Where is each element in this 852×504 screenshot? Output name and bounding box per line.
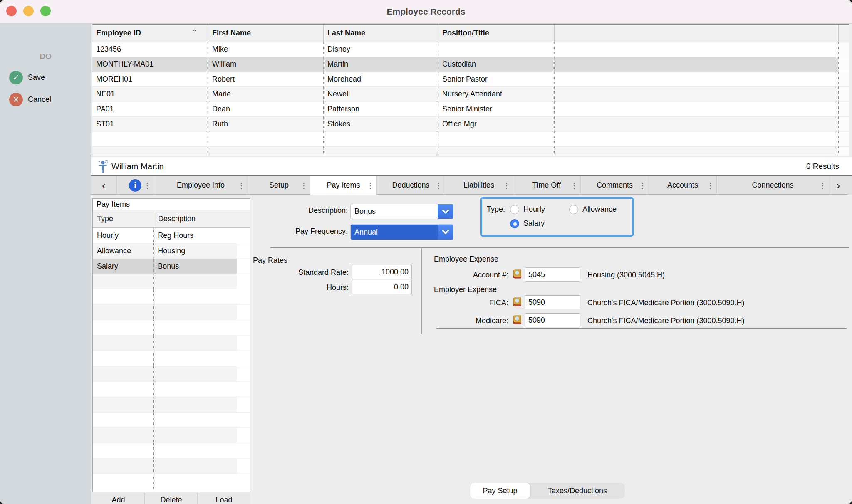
scroll-tabs-left-button[interactable]: ‹: [91, 176, 116, 195]
pay-item-row-hourly[interactable]: HourlyReg Hours: [93, 228, 250, 243]
employee-row-ST01[interactable]: ST01RuthStokesOffice Mgr: [92, 117, 849, 132]
pay-frequency-label: Pay Frequency:: [256, 227, 348, 236]
bottom-tab-pay-setup[interactable]: Pay Setup: [470, 483, 530, 499]
bottom-tab-taxes-deductions[interactable]: Taxes/Deductions: [530, 483, 625, 499]
pay-items-body: HourlyReg HoursAllowanceHousingSalaryBon…: [93, 228, 250, 489]
scroll-tabs-right-button[interactable]: ›: [829, 176, 847, 195]
employee-row-123456[interactable]: 123456MikeDisney: [92, 42, 849, 57]
row-gutter: [237, 443, 250, 459]
employee-row-empty[interactable]: [92, 132, 849, 147]
column-header-employee-id[interactable]: Employee ID⌃: [92, 25, 208, 42]
column-header-first-name[interactable]: First Name: [208, 25, 323, 42]
list-cell: Housing: [153, 243, 237, 259]
chevron-down-icon[interactable]: [438, 225, 453, 240]
employee-row-NE01[interactable]: NE01MarieNewellNursery Attendant: [92, 87, 849, 102]
pay-item-row-salary[interactable]: SalaryBonus: [93, 259, 250, 274]
table-cell: [438, 147, 554, 156]
pay-item-row-empty[interactable]: [93, 459, 250, 474]
medicare-account-input[interactable]: [525, 313, 580, 327]
employee-records-window: Employee Records DO ✓ Save ✕ Cancel « Co…: [0, 0, 852, 504]
type-radio-label-allowance: Allowance: [582, 205, 617, 214]
row-gutter: [838, 57, 849, 72]
info-icon: i: [129, 179, 141, 192]
description-dropdown[interactable]: Bonus: [350, 204, 453, 219]
tab-employee-info[interactable]: Employee Info⋮: [154, 176, 248, 195]
employee-row-MOREH01[interactable]: MOREH01RobertMoreheadSenior Pastor: [92, 72, 849, 87]
pay-item-row-empty[interactable]: [93, 289, 250, 305]
cancel-button[interactable]: ✕ Cancel: [9, 92, 51, 106]
list-cell: [153, 397, 237, 413]
employee-row-MONTHLY-MA01[interactable]: MONTHLY-MA01WilliamMartinCustodian: [92, 57, 849, 72]
pay-item-row-empty[interactable]: [93, 397, 250, 413]
pay-frequency-dropdown[interactable]: Annual: [350, 224, 453, 240]
hours-input[interactable]: [352, 280, 412, 294]
row-gutter: [237, 336, 250, 351]
pay-item-row-empty[interactable]: [93, 320, 250, 336]
standard-rate-input[interactable]: [352, 265, 412, 279]
pay-item-row-empty[interactable]: [93, 382, 250, 397]
table-cell: Martin: [323, 57, 438, 72]
account-number-input[interactable]: [525, 267, 580, 282]
load-button[interactable]: Load: [197, 493, 250, 504]
pay-item-row-empty[interactable]: [93, 336, 250, 351]
pay-item-row-empty[interactable]: [93, 474, 250, 489]
standard-rate-label: Standard Rate:: [257, 268, 349, 277]
tab-deductions[interactable]: Deductions⋮: [376, 176, 445, 195]
tab-pay-items[interactable]: Pay Items⋮: [310, 176, 376, 195]
pay-item-row-empty[interactable]: [93, 351, 250, 366]
row-gutter: [237, 320, 250, 336]
medicare-label: Medicare:: [425, 316, 508, 325]
table-cell: PA01: [92, 102, 208, 117]
table-cell: NE01: [92, 87, 208, 102]
save-check-icon: ✓: [9, 71, 23, 84]
tab-setup[interactable]: Setup⋮: [248, 176, 310, 195]
tab-drag-handle-icon: ⋮: [639, 180, 646, 190]
type-radio-salary[interactable]: [510, 219, 519, 228]
pay-item-row-empty[interactable]: [93, 413, 250, 428]
table-cell: MOREH01: [92, 72, 208, 87]
table-cell: Patterson: [323, 102, 438, 117]
table-cell: William: [208, 57, 323, 72]
list-cell: [153, 366, 237, 382]
pay-item-row-empty[interactable]: [93, 366, 250, 382]
save-button[interactable]: ✓ Save: [9, 70, 45, 84]
pay-item-row-empty[interactable]: [93, 305, 250, 320]
row-gutter: [237, 274, 250, 289]
account-lookup-icon[interactable]: [511, 296, 523, 308]
row-gutter: [237, 243, 250, 259]
delete-button[interactable]: Delete: [144, 493, 197, 504]
chevron-down-icon[interactable]: [438, 204, 453, 219]
type-radio-label-salary: Salary: [523, 219, 545, 228]
tab-liabilities[interactable]: Liabilities⋮: [445, 176, 513, 195]
pay-item-row-empty[interactable]: [93, 274, 250, 289]
header-gutter: [838, 25, 849, 42]
pay-items-column-header-type[interactable]: Type: [93, 210, 154, 227]
tab-comments[interactable]: Comments⋮: [580, 176, 649, 195]
pay-item-row-allowance[interactable]: AllowanceHousing: [93, 243, 250, 259]
type-radio-hourly[interactable]: [510, 205, 519, 214]
column-header-last-name[interactable]: Last Name: [323, 25, 438, 42]
fica-account-input[interactable]: [525, 295, 580, 309]
employee-row-empty[interactable]: [92, 147, 849, 156]
tab-accounts[interactable]: Accounts⋮: [649, 176, 716, 195]
column-header-empty[interactable]: [554, 25, 838, 42]
list-cell: [153, 305, 237, 320]
tab-time-off[interactable]: Time Off⋮: [513, 176, 580, 195]
type-radio-allowance[interactable]: [569, 205, 578, 214]
tab-info[interactable]: i⋮: [116, 176, 154, 195]
sidebar-section-label: DO: [0, 52, 91, 61]
pay-item-row-empty[interactable]: [93, 428, 250, 443]
account-lookup-icon[interactable]: [511, 314, 523, 326]
pay-items-column-header-description[interactable]: Description: [154, 210, 238, 227]
tab-connections[interactable]: Connections⋮: [716, 176, 829, 195]
list-cell: [93, 336, 153, 351]
employee-row-PA01[interactable]: PA01DeanPattersonSenior Minister: [92, 102, 849, 117]
table-cell: [92, 147, 208, 156]
column-header-position-title[interactable]: Position/Title: [438, 25, 554, 42]
table-cell: [554, 147, 838, 156]
account-lookup-icon[interactable]: [511, 268, 523, 280]
add-button[interactable]: Add: [92, 493, 144, 504]
pay-item-row-empty[interactable]: [93, 443, 250, 459]
list-cell: [153, 459, 237, 474]
expense-bottom-divider: [436, 328, 847, 329]
